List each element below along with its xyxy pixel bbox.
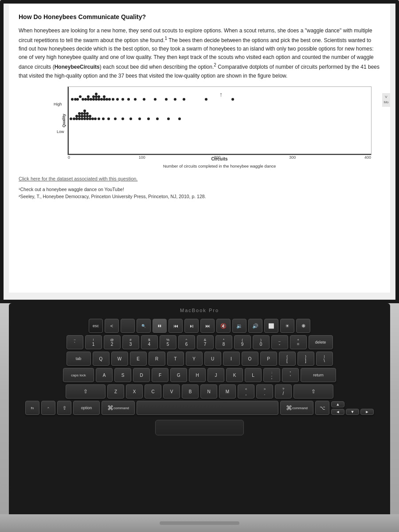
svg-point-58 [114,117,117,120]
key-fwd[interactable] [121,319,135,333]
key-command-left[interactable]: ⌘ command [102,401,135,415]
key-fn-bottom[interactable]: fn [25,401,39,415]
key-arrow-left[interactable]: ◄ [331,409,344,415]
key-v[interactable]: V [163,384,180,399]
key-option-right[interactable]: ⌥ [315,401,329,415]
key-command-right[interactable]: ⌘ command [280,401,313,415]
key-esc[interactable]: esc [89,319,103,333]
key-comma[interactable]: <, [238,384,254,399]
key-f[interactable]: F [152,368,168,382]
key-mission-control[interactable]: ▮▮ [153,319,167,333]
key-arrow-up[interactable]: ▲ [331,401,344,407]
key-arrow-right[interactable]: ► [360,409,374,415]
key-play[interactable]: ⏯ [184,319,199,333]
key-bracket-right[interactable]: }] [297,352,314,366]
key-row-qwerty: tab Q W E R T Y U I O P {[ }] |\ [16,352,383,366]
touchpad[interactable] [155,420,244,435]
key-0[interactable]: )0 [253,335,270,349]
svg-point-8 [90,98,92,101]
svg-point-46 [83,115,86,117]
key-row-bottom: fn ^ ⇧ option ⌘ command ⌘ command ⌥ ▲ [16,401,383,415]
key-shift-left[interactable]: ⇧ [66,384,106,399]
key-p[interactable]: P [260,352,277,366]
key-d[interactable]: D [133,368,150,382]
key-minus[interactable]: _- [271,335,288,349]
key-3[interactable]: #3 [122,335,139,349]
key-w[interactable]: W [111,352,128,366]
key-search[interactable]: 🔍 [137,319,151,333]
key-option[interactable]: option [73,401,100,415]
key-q[interactable]: Q [93,352,110,366]
key-z[interactable]: Z [107,384,124,399]
key-vol-up[interactable]: 🔊 [248,319,262,333]
key-tilde[interactable]: ~` [66,335,83,349]
key-n[interactable]: N [200,384,217,399]
key-t[interactable]: T [167,352,184,366]
key-equals[interactable]: += [290,335,307,349]
svg-point-60 [129,117,132,120]
key-9[interactable]: (9 [234,335,251,349]
key-o[interactable]: O [242,352,258,366]
key-2[interactable]: @2 [104,335,121,349]
key-h[interactable]: H [189,368,206,382]
key-i[interactable]: I [223,352,240,366]
key-space[interactable] [137,401,278,415]
key-quote[interactable]: "' [282,368,299,382]
key-b[interactable]: B [182,384,199,399]
key-mute[interactable]: 🔇 [216,319,231,333]
key-j[interactable]: J [207,368,224,382]
key-shift-right[interactable]: ⇧ [293,384,333,399]
click-here-link[interactable]: Click here for the dataset associated wi… [19,175,380,183]
key-g[interactable]: G [170,368,187,382]
key-c[interactable]: C [145,384,161,399]
key-semicolon[interactable]: :; [263,368,280,382]
body-text: When honeybees are looking for a new hom… [19,27,380,80]
key-y[interactable]: Y [186,352,203,366]
key-arrow-down[interactable]: ▼ [346,409,359,415]
svg-point-43 [81,117,83,120]
key-tab[interactable]: tab [66,352,91,366]
key-m[interactable]: M [219,384,236,399]
arrow-keys: ▲ ◄ ▼ ► [331,401,374,415]
key-u[interactable]: U [204,352,221,366]
svg-point-41 [81,112,83,115]
screen: How Do Honeybees Communicate Quality? Wh… [0,0,399,301]
key-5[interactable]: %5 [160,335,176,349]
key-touchid[interactable]: ❋ [296,319,310,333]
key-shift-small[interactable]: ⇧ [57,401,71,415]
key-8[interactable]: *8 [215,335,232,349]
screen-content: How Do Honeybees Communicate Quality? Wh… [9,4,390,293]
key-ctrl[interactable]: ^ [41,401,55,415]
key-k[interactable]: K [226,368,243,382]
key-r[interactable]: R [149,352,165,366]
key-a[interactable]: A [96,368,113,382]
key-1[interactable]: !1 [85,335,102,349]
touchpad-area [13,420,386,435]
svg-point-3 [79,95,82,98]
svg-point-25 [134,98,137,101]
key-brightness[interactable]: ☀ [280,319,294,333]
key-s[interactable]: S [114,368,131,382]
key-l[interactable]: L [245,368,262,382]
key-prev-track[interactable]: ⏮ [168,319,183,333]
key-bracket-left[interactable]: {[ [279,352,296,366]
svg-point-6 [87,95,90,98]
key-screen[interactable]: ⬜ [264,319,278,333]
key-e[interactable]: E [130,352,147,366]
chart-plot-area: Quality High Low [67,86,372,155]
key-4[interactable]: $4 [141,335,158,349]
key-return[interactable]: return [301,368,336,382]
key-delete[interactable]: delete [309,335,333,349]
key-x[interactable]: X [126,384,143,399]
key-next-track[interactable]: ⏭ [200,319,215,333]
key-caps[interactable]: caps lock [63,368,94,382]
dot-plot-svg: ↑ [69,87,371,155]
key-back[interactable]: < [105,319,119,333]
key-backslash[interactable]: |\ [316,352,333,366]
key-period[interactable]: >. [256,384,273,399]
key-7[interactable]: &7 [197,335,214,349]
key-6[interactable]: ^6 [178,335,195,349]
key-slash[interactable]: ?/ [275,384,292,399]
svg-point-27 [154,98,156,101]
key-vol-down[interactable]: 🔉 [232,319,246,333]
